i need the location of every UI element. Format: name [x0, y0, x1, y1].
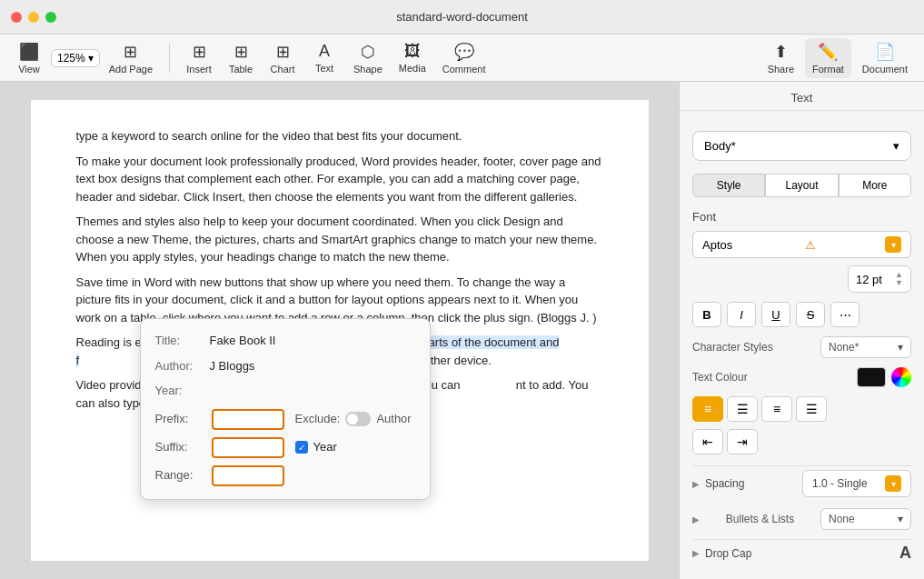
indent-decrease-button[interactable]: ⇤ — [692, 429, 723, 454]
document-page[interactable]: type a keyword to search online for the … — [31, 100, 649, 561]
popup-prefix-input[interactable] — [212, 409, 284, 430]
comment-button[interactable]: 💬 Comment — [435, 38, 493, 78]
tab-layout[interactable]: Layout — [765, 174, 838, 197]
popup-range-input[interactable] — [212, 465, 284, 486]
spacing-chevron-icon: ▶ — [692, 479, 700, 489]
colour-swatch[interactable] — [857, 367, 886, 387]
char-styles-value: None* — [829, 341, 859, 354]
media-icon: 🖼 — [404, 42, 421, 61]
toolbar-view-group: ⬛ View 125% ▾ ⊞ Add Page — [9, 38, 160, 78]
panel-content: Body* ▾ Style Layout More Font Aptos ⚠ ▾… — [680, 120, 924, 579]
document-button[interactable]: 📄 Document — [855, 38, 915, 78]
title-bar: standard-word-document — [0, 0, 924, 35]
bullets-selector[interactable]: None ▾ — [820, 508, 911, 530]
font-section-label: Font — [692, 210, 911, 224]
insert-button[interactable]: ⊞ Insert — [179, 38, 219, 78]
popup-fields: Prefix: Exclude: Author Suffix: ✓ — [155, 409, 415, 486]
font-size-stepper[interactable]: 12 pt ▲ ▼ — [848, 265, 911, 293]
spacing-selector[interactable]: 1.0 - Single ▾ — [802, 470, 911, 497]
shape-button[interactable]: ⬡ Shape — [346, 38, 390, 78]
stepper-arrows: ▲ ▼ — [895, 271, 903, 287]
tab-more[interactable]: More — [839, 174, 911, 197]
font-dropdown-icon[interactable]: ▾ — [885, 236, 901, 253]
document-icon: 📄 — [875, 42, 895, 62]
popup-year-checkbox[interactable]: ✓ — [295, 441, 308, 454]
font-name: Aptos — [702, 238, 732, 252]
bold-button[interactable]: B — [692, 302, 721, 327]
chart-label: Chart — [271, 64, 295, 75]
popup-author-toggle[interactable] — [345, 412, 371, 426]
popup-title-label: Title: — [155, 332, 210, 350]
share-icon: ⬆ — [774, 42, 788, 62]
paragraph-2: To make your document look professionall… — [76, 153, 603, 206]
popup-suffix-label: Suffix: — [155, 438, 201, 456]
toolbar-sep-1 — [169, 44, 170, 73]
drop-cap-section[interactable]: ▶ Drop Cap A — [692, 539, 911, 566]
document-area[interactable]: type a keyword to search online for the … — [0, 82, 679, 579]
paragraph-7: To make your d provides header, footer, … — [76, 575, 603, 579]
popup-suffix-input[interactable] — [212, 437, 284, 458]
table-icon: ⊞ — [234, 42, 248, 62]
text-button[interactable]: A Text — [304, 38, 344, 77]
font-selector[interactable]: Aptos ⚠ ▾ — [692, 231, 911, 258]
underline-button[interactable]: U — [761, 302, 790, 327]
indent-increase-button[interactable]: ⇥ — [727, 429, 758, 454]
italic-button[interactable]: I — [727, 302, 756, 327]
text-icon: A — [319, 42, 330, 61]
popup-suffix-row: Suffix: ✓ Year — [155, 437, 415, 458]
popup-year-check-label: Year — [313, 438, 337, 456]
char-styles-selector[interactable]: None* ▾ — [820, 336, 911, 358]
popup-year-row: Year: — [155, 382, 415, 400]
bullets-label: Bullets & Lists — [726, 513, 794, 525]
format-icon: ✏️ — [818, 42, 838, 62]
spacing-section[interactable]: ▶ Spacing 1.0 - Single ▾ — [692, 465, 911, 501]
chart-button[interactable]: ⊞ Chart — [263, 38, 303, 78]
view-icon: ⬛ — [19, 42, 39, 62]
panel-tabs: Style Layout More — [692, 174, 911, 197]
text-colour-label: Text Colour — [692, 371, 748, 384]
close-button[interactable] — [11, 12, 22, 23]
table-button[interactable]: ⊞ Table — [221, 38, 261, 78]
align-center-button[interactable]: ☰ — [727, 396, 758, 422]
alignment-row: ≡ ☰ ≡ ☰ — [692, 396, 911, 422]
comment-icon: 💬 — [454, 42, 474, 62]
popup-author-row: Author: J Bloggs — [155, 357, 415, 375]
popup-title-value: Fake Book II — [210, 332, 276, 350]
share-button[interactable]: ⬆ Share — [760, 38, 801, 78]
zoom-control[interactable]: 125% ▾ — [51, 49, 100, 67]
paragraph-1: type a keyword to search online for the … — [76, 127, 603, 145]
colour-wheel-icon[interactable] — [891, 367, 911, 387]
view-button[interactable]: ⬛ View — [9, 38, 49, 78]
popup-title-row: Title: Fake Book II — [155, 332, 415, 350]
text-colour-row: Text Colour — [692, 367, 911, 387]
popup-year-checkbox-row: ✓ Year — [295, 438, 337, 456]
media-button[interactable]: 🖼 Media — [392, 38, 433, 77]
spacing-label: Spacing — [705, 477, 744, 490]
text-label: Text — [315, 63, 333, 74]
table-label: Table — [229, 64, 253, 75]
align-left-button[interactable]: ≡ — [692, 396, 723, 422]
stepper-down-icon[interactable]: ▼ — [895, 279, 903, 287]
tab-style[interactable]: Style — [692, 174, 765, 197]
align-right-button[interactable]: ≡ — [761, 396, 792, 422]
format-button[interactable]: ✏️ Format — [805, 38, 851, 78]
add-page-icon: ⊞ — [124, 42, 137, 62]
style-chevron-icon: ▾ — [893, 139, 899, 153]
shape-label: Shape — [353, 64, 383, 75]
minimize-button[interactable] — [28, 12, 39, 23]
maximize-button[interactable] — [45, 12, 56, 23]
panel-title: Text — [680, 82, 924, 111]
font-warning-icon: ⚠ — [805, 238, 816, 252]
colour-controls — [857, 367, 911, 387]
right-panel: Text Body* ▾ Style Layout More Font Apto… — [679, 82, 924, 579]
align-justify-button[interactable]: ☰ — [796, 396, 827, 422]
add-page-button[interactable]: ⊞ Add Page — [102, 38, 160, 78]
style-selector[interactable]: Body* ▾ — [692, 131, 911, 161]
popup-prefix-row: Prefix: Exclude: Author — [155, 409, 415, 430]
more-format-button[interactable]: ⋯ — [830, 302, 859, 327]
strikethrough-button[interactable]: S — [796, 302, 825, 327]
spacing-dropdown-icon[interactable]: ▾ — [885, 475, 901, 492]
drop-cap-label: Drop Cap — [705, 547, 751, 560]
bullets-chevron-icon: ▶ — [692, 514, 700, 524]
drop-cap-letter-icon: A — [899, 544, 911, 563]
